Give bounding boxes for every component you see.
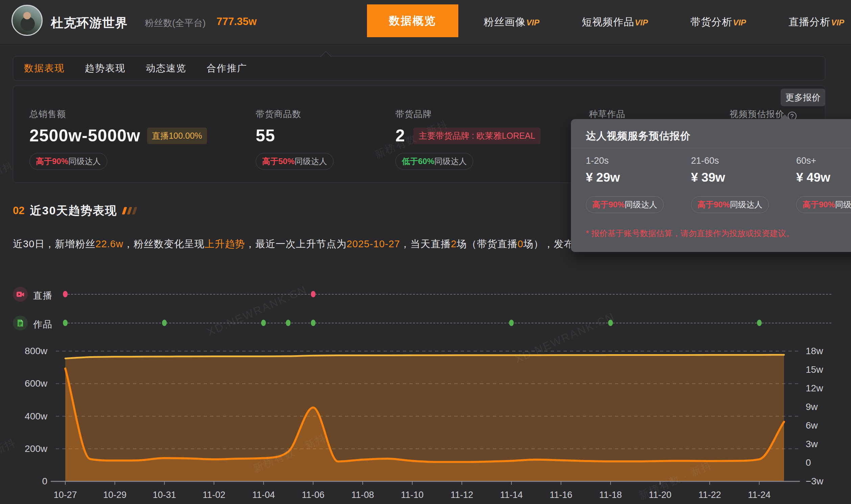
left-axis-label: 600w bbox=[25, 378, 48, 389]
peer-compare-pill: 高于90%同级达人 bbox=[30, 153, 107, 170]
event-dot[interactable] bbox=[63, 291, 68, 297]
event-dot[interactable] bbox=[261, 320, 266, 326]
live-legend-label: 直播 bbox=[33, 290, 53, 302]
tab-cooperation-promo[interactable]: 合作推广 bbox=[207, 62, 247, 75]
live-icon bbox=[13, 287, 28, 302]
x-axis-label: 11-08 bbox=[351, 490, 374, 500]
sub-tabbar: 数据表现 趋势表现 动态速览 合作推广 bbox=[13, 56, 825, 80]
works-icon bbox=[13, 316, 28, 330]
works-event-track bbox=[64, 323, 831, 323]
analytics-dashboard: 杜克环游世界 粉丝数(全平台) 777.35w 数据概览 粉丝画像VIP 短视频… bbox=[0, 0, 851, 504]
right-axis-label: 12w bbox=[806, 383, 823, 393]
right-axis-label: −3w bbox=[806, 476, 823, 486]
x-axis-label: 10-31 bbox=[153, 490, 176, 500]
x-axis-label: 10-29 bbox=[103, 490, 127, 500]
watermark: XD.NEWRANK.CN bbox=[205, 283, 309, 339]
x-axis-label: 11-10 bbox=[401, 490, 423, 500]
peer-compare-pill: 高于90%同级达人 bbox=[691, 196, 769, 213]
right-axis-label: 15w bbox=[806, 364, 823, 375]
nav-tab-data-overview[interactable]: 数据概览 bbox=[367, 4, 458, 37]
left-axis-label: 400w bbox=[25, 411, 48, 421]
right-axis-label: 6w bbox=[806, 420, 818, 431]
account-name: 杜克环游世界 bbox=[51, 15, 128, 32]
x-axis-label: 11-06 bbox=[302, 490, 324, 500]
fans-count-label: 粉丝数(全平台) bbox=[145, 17, 206, 29]
top-nav: 粉丝画像VIP 短视频作品VIP 带货分析VIP 直播分析VIP bbox=[484, 0, 844, 44]
section-decor-slashes bbox=[123, 207, 136, 214]
left-axis-label: 0 bbox=[42, 476, 47, 486]
tooltip-divider bbox=[571, 148, 851, 148]
vip-badge: VIP bbox=[635, 18, 648, 27]
section-title: 近30天趋势表现 bbox=[30, 203, 117, 218]
nav-tab-short-video[interactable]: 短视频作品VIP bbox=[582, 15, 648, 29]
x-axis-label: 11-04 bbox=[252, 490, 275, 500]
event-dot[interactable] bbox=[286, 320, 291, 326]
tooltip-title: 达人视频服务预估报价 bbox=[586, 129, 691, 143]
tab-data-performance[interactable]: 数据表现 bbox=[24, 62, 65, 75]
event-dot[interactable] bbox=[162, 320, 167, 326]
peer-compare-pill: 高于90%同级达人 bbox=[796, 196, 851, 213]
section-header: 02 近30天趋势表现 bbox=[13, 203, 136, 218]
price-value: ¥ 49w bbox=[796, 170, 830, 185]
right-axis-label: 0 bbox=[806, 457, 811, 468]
stat-label: 带货商品数 bbox=[256, 108, 301, 120]
nav-tab-ecommerce-analysis[interactable]: 带货分析VIP bbox=[690, 15, 746, 29]
price-value: ¥ 29w bbox=[586, 170, 620, 185]
x-axis-label: 10-27 bbox=[53, 490, 77, 500]
left-axis-label: 800w bbox=[25, 346, 48, 356]
stat-value: 2 bbox=[395, 126, 405, 145]
left-axis-label: 200w bbox=[25, 444, 48, 454]
x-axis-label: 11-16 bbox=[550, 490, 572, 500]
stat-label: 总销售额 bbox=[30, 108, 66, 120]
right-axis-label: 9w bbox=[806, 401, 818, 412]
event-dot[interactable] bbox=[311, 320, 315, 326]
duration-label: 60s+ bbox=[796, 156, 816, 166]
x-axis-label: 11-18 bbox=[599, 490, 622, 500]
x-axis-label: 11-22 bbox=[699, 490, 721, 500]
quote-disclaimer: * 报价基于账号数据估算，请勿直接作为投放或投资建议。 bbox=[586, 228, 794, 239]
top-header: 杜克环游世界 粉丝数(全平台) 777.35w 数据概览 粉丝画像VIP 短视频… bbox=[0, 0, 851, 44]
x-axis-label: 11-02 bbox=[203, 490, 225, 500]
price-value: ¥ 39w bbox=[691, 170, 725, 185]
trend-chart[interactable]: 10-2710-2910-3111-0211-0411-0611-0811-10… bbox=[0, 345, 851, 504]
event-dot[interactable] bbox=[757, 320, 762, 326]
live-share-badge: 直播100.00% bbox=[147, 127, 207, 144]
nav-tab-live-analysis[interactable]: 直播分析VIP bbox=[789, 15, 844, 29]
main-brand-badge: 主要带货品牌 : 欧莱雅LOREAL bbox=[413, 127, 541, 144]
peer-compare-pill: 高于90%同级达人 bbox=[586, 196, 664, 213]
stat-label: 带货品牌 bbox=[395, 108, 432, 120]
event-dot[interactable] bbox=[608, 320, 613, 326]
event-dot[interactable] bbox=[311, 291, 315, 297]
video-quote-tooltip: 达人视频服务预估报价 1-20s ¥ 29w 高于90%同级达人 21-60s … bbox=[571, 119, 851, 252]
x-axis-label: 11-20 bbox=[649, 490, 671, 500]
stat-value: 2500w-5000w bbox=[30, 126, 140, 145]
trend-summary-text: 近30日，新增粉丝22.6w，粉丝数变化呈现上升趋势，最近一次上升节点为2025… bbox=[13, 237, 561, 251]
account-avatar[interactable] bbox=[12, 5, 42, 36]
vip-badge: VIP bbox=[733, 18, 746, 27]
peer-compare-pill: 高于50%同级达人 bbox=[256, 153, 333, 170]
tab-trend-performance[interactable]: 趋势表现 bbox=[85, 62, 126, 75]
x-axis-label: 11-12 bbox=[451, 490, 473, 500]
tab-dynamic-overview[interactable]: 动态速览 bbox=[146, 62, 186, 75]
event-dot[interactable] bbox=[63, 320, 68, 326]
vip-badge: VIP bbox=[526, 18, 540, 27]
x-axis-label: 11-24 bbox=[748, 490, 771, 500]
peer-compare-pill: 低于60%同级达人 bbox=[395, 153, 473, 170]
works-legend-label: 作品 bbox=[33, 318, 53, 330]
duration-label: 21-60s bbox=[691, 156, 719, 166]
live-event-track bbox=[64, 294, 831, 294]
stat-label: 种草作品 bbox=[589, 108, 626, 120]
vip-badge: VIP bbox=[831, 18, 844, 27]
event-dot[interactable] bbox=[509, 320, 514, 326]
x-axis-label: 11-14 bbox=[500, 490, 523, 500]
nav-tab-fan-portrait[interactable]: 粉丝画像VIP bbox=[484, 15, 540, 29]
fans-count-value: 777.35w bbox=[216, 16, 257, 28]
duration-label: 1-20s bbox=[586, 156, 609, 166]
stat-value: 55 bbox=[256, 126, 275, 145]
right-axis-label: 18w bbox=[806, 346, 823, 356]
more-quotes-button[interactable]: 更多报价 bbox=[781, 89, 825, 106]
section-index: 02 bbox=[13, 205, 24, 217]
right-axis-label: 3w bbox=[806, 439, 818, 449]
